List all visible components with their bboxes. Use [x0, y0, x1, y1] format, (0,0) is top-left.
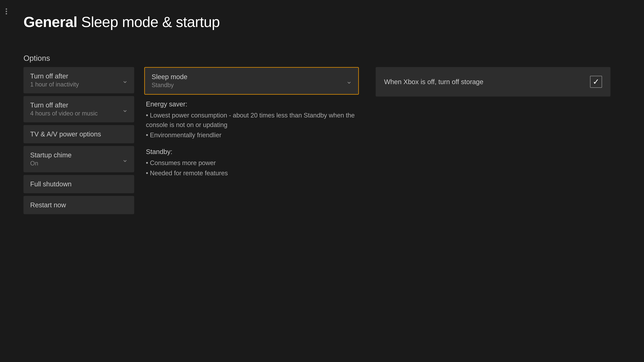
page-title-bold: General: [24, 13, 77, 30]
standby-title: Standby:: [146, 148, 357, 156]
right-column: When Xbox is off, turn off storage ✓: [376, 67, 610, 96]
turn-off-video-chevron: ⌄: [122, 105, 128, 113]
sleep-mode-dropdown[interactable]: Sleep mode Standby ⌄: [144, 67, 359, 95]
sleep-mode-label: Sleep mode: [152, 73, 352, 81]
tv-av-options-label: TV & A/V power options: [30, 130, 128, 138]
startup-chime-chevron: ⌄: [122, 155, 128, 163]
turn-off-inactivity-chevron: ⌄: [122, 76, 128, 84]
sleep-mode-value: Standby: [152, 82, 352, 89]
tv-av-options-item[interactable]: TV & A/V power options: [24, 125, 134, 143]
energy-saver-item-0: • Lowest power consumption - about 20 ti…: [146, 111, 357, 130]
options-section-label: Options: [24, 54, 50, 63]
turn-off-inactivity-label: Turn off after: [30, 72, 128, 80]
standby-section: Standby: • Consumes more power • Needed …: [146, 148, 357, 178]
restart-now-item[interactable]: Restart now: [24, 196, 134, 214]
standby-item-0: • Consumes more power: [146, 158, 357, 168]
startup-chime-label: Startup chime: [30, 151, 128, 159]
energy-saver-section: Energy saver: • Lowest power consumption…: [146, 100, 357, 140]
turn-off-video-value: 4 hours of video or music: [30, 110, 128, 117]
nav-dot-2: [6, 11, 7, 12]
turn-off-video-item[interactable]: Turn off after 4 hours of video or music…: [24, 96, 134, 122]
startup-chime-value: On: [30, 160, 128, 167]
restart-now-label: Restart now: [30, 201, 128, 209]
page-title-light: Sleep mode & startup: [77, 13, 220, 30]
turn-off-video-label: Turn off after: [30, 101, 128, 109]
full-shutdown-label: Full shutdown: [30, 180, 128, 188]
turn-off-inactivity-value: 1 hour of inactivity: [30, 81, 128, 88]
nav-dot-3: [6, 13, 7, 14]
storage-option-item[interactable]: When Xbox is off, turn off storage ✓: [376, 67, 610, 96]
nav-dot-1: [6, 8, 7, 10]
page-title: General Sleep mode & startup: [24, 13, 220, 30]
storage-option-label: When Xbox is off, turn off storage: [384, 77, 483, 86]
left-column: Turn off after 1 hour of inactivity ⌄ Tu…: [24, 67, 134, 214]
nav-dots: [5, 7, 8, 16]
storage-option-checkbox[interactable]: ✓: [590, 76, 602, 88]
turn-off-inactivity-item[interactable]: Turn off after 1 hour of inactivity ⌄: [24, 67, 134, 93]
sleep-mode-chevron-icon: ⌄: [346, 77, 352, 85]
checkbox-check-icon: ✓: [593, 78, 600, 86]
standby-item-1: • Needed for remote features: [146, 168, 357, 178]
sleep-info-panel: Energy saver: • Lowest power consumption…: [144, 99, 359, 188]
full-shutdown-item[interactable]: Full shutdown: [24, 175, 134, 193]
page-header: General Sleep mode & startup: [24, 13, 220, 30]
middle-column: Sleep mode Standby ⌄ Energy saver: • Low…: [144, 67, 359, 188]
energy-saver-item-1: • Environmentally friendlier: [146, 130, 357, 140]
startup-chime-item[interactable]: Startup chime On ⌄: [24, 146, 134, 172]
energy-saver-title: Energy saver:: [146, 100, 357, 108]
